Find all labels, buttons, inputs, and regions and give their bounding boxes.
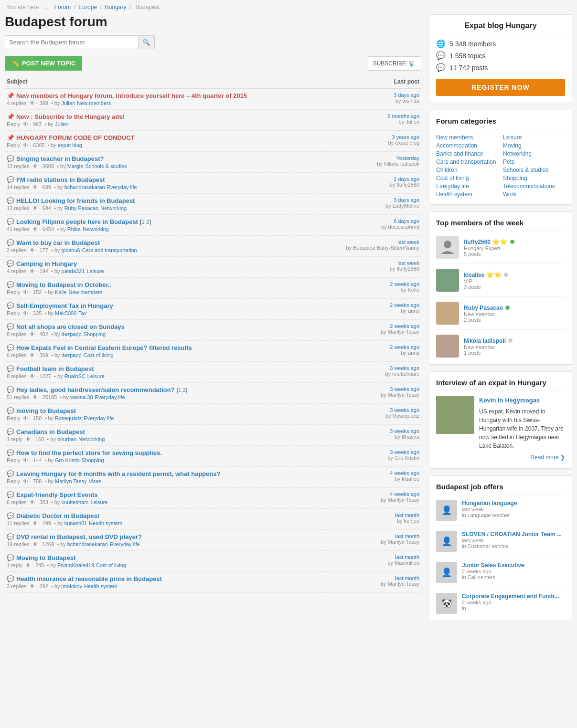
- topic-author[interactable]: Margle: [67, 163, 84, 169]
- topic-tag[interactable]: Shopping: [84, 331, 106, 337]
- topic-author[interactable]: Ruby Pasacao: [64, 205, 99, 211]
- breadcrumb-europe[interactable]: Europe: [78, 4, 97, 11]
- topic-title-link[interactable]: Leaving Hungary for 6 months with a resi…: [16, 470, 221, 477]
- subscribe-button[interactable]: SUBSCRIBE 📡: [367, 56, 421, 71]
- topic-title-link[interactable]: How to find the perfect store for sewing…: [16, 449, 162, 456]
- topic-author[interactable]: Rhika: [67, 226, 81, 232]
- topic-author[interactable]: Julien: [62, 100, 75, 106]
- category-link-left[interactable]: New members: [436, 134, 498, 141]
- topic-tag[interactable]: Everyday life: [107, 184, 137, 190]
- breadcrumb-forum[interactable]: Forum: [54, 4, 71, 11]
- topic-tag[interactable]: Leisure: [86, 268, 104, 274]
- topic-title-link[interactable]: Camping in Hungary: [16, 260, 77, 267]
- category-link-left[interactable]: Banks and finance: [436, 150, 498, 157]
- topic-title-link[interactable]: Self-Employment Tax in Hungary: [16, 302, 113, 309]
- category-link-left[interactable]: Cost of living: [436, 175, 498, 181]
- topic-author[interactable]: Kelie: [55, 289, 66, 295]
- topic-title-link[interactable]: New members of Hungary forum, introduce …: [16, 92, 247, 99]
- topic-title-link[interactable]: New : Subscribe to the Hungary ads!: [16, 113, 125, 120]
- topic-tag[interactable]: Networking: [78, 436, 105, 442]
- topic-title-link[interactable]: Singing teacher in Budapest?: [16, 155, 104, 162]
- topic-title-link[interactable]: Expat-friendly Sport Events: [16, 491, 97, 498]
- category-link-left[interactable]: Children: [436, 167, 498, 173]
- job-title[interactable]: Junior Sales Executive: [462, 562, 524, 569]
- topic-title-link[interactable]: Not all shops are closed on Sundays: [16, 323, 125, 330]
- read-more-link[interactable]: Read more ❯: [479, 453, 565, 462]
- topic-author[interactable]: panda321: [62, 268, 85, 274]
- breadcrumb-hungary[interactable]: Hungary: [105, 4, 126, 11]
- topic-author[interactable]: RuainSC: [64, 373, 85, 379]
- topic-author[interactable]: knuttelmarc: [62, 499, 89, 505]
- topic-tag[interactable]: Visas: [89, 478, 102, 484]
- topic-author[interactable]: onurban: [57, 436, 76, 442]
- topic-title-link[interactable]: moving to Budapest: [16, 407, 76, 414]
- topic-title-link[interactable]: Moving to Budapest: [16, 554, 75, 561]
- topic-tag[interactable]: Shopping: [82, 457, 104, 463]
- category-link-right[interactable]: Pets: [503, 158, 565, 165]
- search-input[interactable]: [5, 35, 139, 49]
- register-now-button[interactable]: REGISTER NOW: [436, 79, 565, 96]
- topic-author[interactable]: wanna.38: [70, 394, 93, 400]
- category-link-left[interactable]: Accommodation: [436, 142, 498, 149]
- topic-author[interactable]: dezpapp: [62, 352, 82, 358]
- topic-tag[interactable]: Health system: [84, 583, 118, 589]
- category-link-right[interactable]: Work: [503, 191, 565, 198]
- job-title[interactable]: SLOVEN / CROATIAN Junior Team ...: [462, 531, 562, 538]
- topic-tag[interactable]: Networking: [100, 205, 127, 211]
- member-name-link[interactable]: Nikola Iadispoli: [464, 338, 506, 344]
- category-link-right[interactable]: Leisure: [503, 134, 565, 141]
- topic-title-link[interactable]: Looking Filipino people here in Budapest: [16, 218, 138, 225]
- topic-author[interactable]: Mak5000: [55, 310, 76, 316]
- topic-author[interactable]: gioabu6: [62, 247, 80, 253]
- topic-author[interactable]: Gro Kristin: [55, 457, 80, 463]
- topic-tag[interactable]: Everyday life: [95, 394, 125, 400]
- topic-tag[interactable]: Leisure: [87, 373, 105, 379]
- topic-tag[interactable]: Schools & studies: [85, 163, 127, 169]
- topic-tag[interactable]: Health system: [89, 520, 122, 526]
- category-link-left[interactable]: Everyday life: [436, 183, 498, 190]
- topic-tag[interactable]: Leisure: [90, 499, 107, 505]
- topic-title-link[interactable]: How Expats Feel in Central Eastern Europ…: [16, 344, 192, 351]
- topic-author[interactable]: Julien: [55, 121, 69, 127]
- topic-author[interactable]: kunash81: [64, 520, 87, 526]
- category-link-right[interactable]: Networking: [503, 150, 565, 157]
- topic-tag[interactable]: Tax: [78, 310, 86, 316]
- job-title[interactable]: Hungarian language: [462, 500, 517, 506]
- category-link-right[interactable]: Telecommunications: [503, 183, 565, 190]
- category-link-left[interactable]: Health system: [436, 191, 498, 198]
- member-name-link[interactable]: Ruby Pasacao: [464, 305, 503, 311]
- member-name-link[interactable]: klsallee: [464, 272, 484, 278]
- topic-title-link[interactable]: Canadians in Budapest: [16, 428, 85, 435]
- topic-tag[interactable]: Cost of living: [84, 352, 114, 358]
- search-button[interactable]: 🔍: [139, 35, 155, 49]
- topic-author[interactable]: Marilyn Tassy: [55, 478, 86, 484]
- category-link-right[interactable]: Shopping: [503, 175, 565, 181]
- topic-tag[interactable]: Everyday life: [110, 541, 140, 547]
- topic-tag[interactable]: Cost of living: [96, 562, 126, 568]
- topic-title-link[interactable]: Health insurance at reasonable price in …: [16, 575, 162, 582]
- topic-title-link[interactable]: Hey ladies, good hairdresser/salon recom…: [16, 386, 175, 393]
- category-link-right[interactable]: Schools & studies: [503, 167, 565, 173]
- category-link-right[interactable]: Moving: [503, 142, 565, 149]
- member-name-link[interactable]: fluffy2560: [464, 239, 491, 245]
- topic-tag[interactable]: Cars and transportation: [82, 247, 137, 253]
- topic-tag[interactable]: Networking: [83, 226, 109, 232]
- post-new-topic-button[interactable]: ✏️ POST NEW TOPIC: [5, 56, 82, 71]
- topic-tag[interactable]: New members: [77, 100, 111, 106]
- topic-title-link[interactable]: Football team in Budapest: [16, 365, 94, 372]
- topic-title-link[interactable]: Want to buy car in Budapest: [16, 239, 100, 246]
- topic-author[interactable]: jmolokov: [62, 583, 82, 589]
- topic-title-link[interactable]: DVD rental in Budapest, used DVD player?: [16, 533, 142, 540]
- topic-author[interactable]: expat blog: [58, 142, 82, 148]
- topic-author[interactable]: bchandrasekaran: [67, 541, 108, 547]
- topic-author[interactable]: dezpapp: [62, 331, 82, 337]
- topic-author[interactable]: EslamKhaled19: [57, 562, 94, 568]
- topic-author[interactable]: Rosequartz: [55, 415, 82, 421]
- topic-tag[interactable]: Everyday life: [84, 415, 114, 421]
- topic-title-link[interactable]: HUNGARY FORUM CODE OF CONDUCT: [16, 134, 135, 141]
- job-title[interactable]: Corporate Engagement and Fundr...: [462, 593, 559, 600]
- topic-title-link[interactable]: Diabetic Doctor in Budapest: [16, 512, 99, 519]
- category-link-left[interactable]: Cars and transportation: [436, 158, 498, 165]
- topic-author[interactable]: bchandrasekaran: [64, 184, 105, 190]
- topic-title-link[interactable]: Moving to Budapest in October..: [16, 281, 111, 288]
